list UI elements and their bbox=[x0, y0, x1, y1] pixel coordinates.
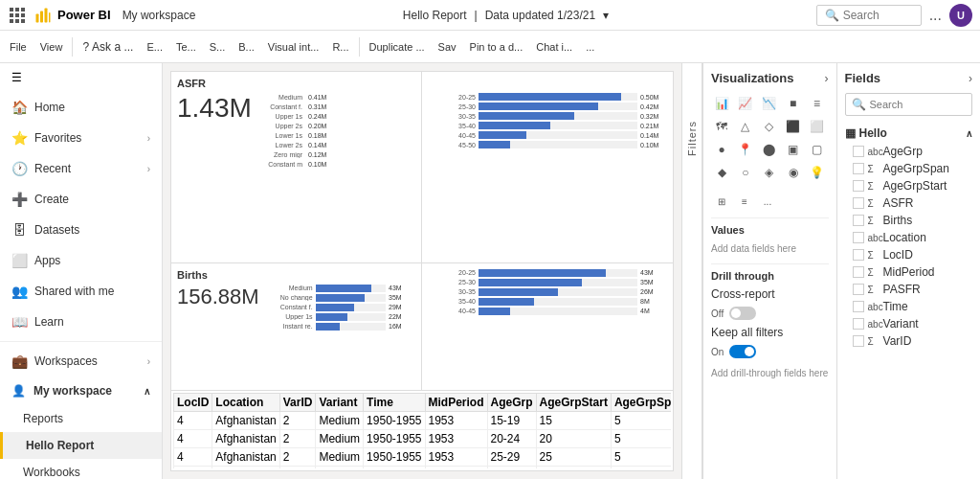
field-item[interactable]: Σ AgeGrpStart bbox=[845, 177, 972, 194]
field-checkbox[interactable] bbox=[853, 232, 864, 243]
sidebar-item-shared[interactable]: 👥 Shared with me bbox=[0, 276, 162, 307]
viz-icon-16[interactable]: ○ bbox=[735, 162, 756, 183]
sidebar-sub-reports[interactable]: Reports bbox=[0, 405, 162, 432]
fields-section-header[interactable]: ▦ Hello ∧ bbox=[845, 124, 972, 143]
field-item[interactable]: Σ PASFR bbox=[845, 281, 972, 298]
sidebar-item-learn[interactable]: 📖 Learn bbox=[0, 307, 162, 337]
sidebar-item-workspaces[interactable]: 💼 Workspaces › bbox=[0, 346, 162, 376]
top-search-box[interactable]: 🔍 bbox=[816, 5, 922, 26]
sidebar-collapse-button[interactable]: ☰ bbox=[0, 63, 162, 92]
viz-icon-9[interactable]: ⬜ bbox=[807, 116, 828, 137]
viz-icon-18[interactable]: ◉ bbox=[783, 162, 804, 183]
field-checkbox[interactable] bbox=[853, 163, 864, 174]
sidebar-item-apps[interactable]: ⬜ Apps bbox=[0, 245, 162, 276]
viz-icon-17[interactable]: ◈ bbox=[759, 162, 780, 183]
field-item[interactable]: Σ LocID bbox=[845, 246, 972, 263]
table-row[interactable]: 4Afghanistan2Medium1950-1955195325-29255… bbox=[174, 447, 672, 466]
field-checkbox[interactable] bbox=[853, 335, 864, 347]
viz-icon-1[interactable]: 📈 bbox=[735, 93, 756, 114]
table-row[interactable]: 4Afghanistan2Medium1950-1955195330-34305… bbox=[174, 466, 672, 468]
te-button[interactable]: Te... bbox=[170, 38, 202, 56]
field-item[interactable]: abc Variant bbox=[845, 315, 972, 332]
viz-icon-14[interactable]: ▢ bbox=[807, 139, 828, 160]
viz-icon-10[interactable]: ● bbox=[711, 139, 732, 160]
field-item[interactable]: Σ ASFR bbox=[845, 194, 972, 212]
chat-button[interactable]: Chat i... bbox=[530, 38, 578, 56]
top-search-input[interactable] bbox=[843, 9, 920, 22]
keep-filters-row: Keep all filters bbox=[711, 326, 829, 339]
viz-icon-12[interactable]: ⬤ bbox=[759, 139, 780, 160]
bar-track bbox=[316, 294, 386, 302]
viz-icon-extra3[interactable]: ... bbox=[757, 191, 778, 212]
field-item[interactable]: Σ Births bbox=[845, 212, 972, 229]
field-checkbox[interactable] bbox=[853, 249, 864, 261]
visual-int-button[interactable]: Visual int... bbox=[262, 38, 325, 56]
s-button[interactable]: S... bbox=[204, 38, 232, 56]
sidebar-item-create[interactable]: ➕ Create bbox=[0, 184, 162, 215]
field-checkbox[interactable] bbox=[853, 301, 864, 312]
filters-panel[interactable]: Filters bbox=[681, 63, 702, 479]
field-checkbox[interactable] bbox=[853, 180, 864, 192]
bar-track bbox=[479, 279, 637, 286]
field-item[interactable]: Σ VarID bbox=[845, 332, 972, 350]
user-avatar[interactable]: U bbox=[949, 4, 972, 27]
viz-icon-extra2[interactable]: ≡ bbox=[734, 191, 755, 212]
field-checkbox[interactable] bbox=[853, 197, 864, 209]
viz-icon-3[interactable]: ■ bbox=[783, 93, 804, 114]
viz-icon-13[interactable]: ▣ bbox=[783, 139, 804, 160]
viz-icon-7[interactable]: ◇ bbox=[759, 116, 780, 137]
sidebar-item-recent[interactable]: 🕐 Recent › bbox=[0, 153, 162, 184]
pin-button[interactable]: Pin to a d... bbox=[464, 38, 529, 56]
viz-icon-15[interactable]: ◆ bbox=[711, 162, 732, 183]
viz-icon-19[interactable]: 💡 bbox=[807, 162, 828, 183]
field-item[interactable]: abc AgeGrp bbox=[845, 143, 972, 160]
r-button[interactable]: R... bbox=[326, 38, 354, 56]
more-toolbar-button[interactable]: ... bbox=[580, 38, 600, 56]
field-item[interactable]: abc Location bbox=[845, 229, 972, 246]
sidebar-sub-hello-report[interactable]: Hello Report bbox=[0, 432, 162, 459]
fields-panel-arrow[interactable]: › bbox=[969, 72, 972, 85]
field-item[interactable]: Σ MidPeriod bbox=[845, 263, 972, 281]
field-checkbox[interactable] bbox=[853, 215, 864, 226]
bar-value: 35M bbox=[389, 294, 415, 301]
viz-icon-4[interactable]: ≡ bbox=[807, 93, 828, 114]
bar-row: 25-30 0.42M bbox=[428, 103, 667, 110]
file-button[interactable]: File bbox=[4, 38, 33, 56]
fields-search-input[interactable] bbox=[870, 99, 966, 110]
top-more-button[interactable]: ... bbox=[929, 7, 942, 24]
table-cell: 20-24 bbox=[487, 429, 536, 447]
app-grid-icon[interactable] bbox=[8, 6, 27, 25]
workspace-section-header[interactable]: 👤 My workspace ∧ bbox=[0, 376, 162, 405]
cross-report-toggle[interactable] bbox=[729, 307, 756, 320]
duplicate-button[interactable]: Duplicate ... bbox=[364, 38, 431, 56]
sidebar-item-datasets[interactable]: 🗄 Datasets bbox=[0, 215, 162, 245]
viz-icon-8[interactable]: ⬛ bbox=[783, 116, 804, 137]
sidebar-item-home[interactable]: 🏠 Home bbox=[0, 92, 162, 123]
b-button[interactable]: B... bbox=[233, 38, 260, 56]
viz-icon-2[interactable]: 📉 bbox=[759, 93, 780, 114]
view-button[interactable]: View bbox=[34, 38, 69, 56]
table-row[interactable]: 4Afghanistan2Medium1950-1955195320-24205… bbox=[174, 429, 672, 447]
fields-search-box[interactable]: 🔍 bbox=[845, 93, 972, 116]
viz-icon-0[interactable]: 📊 bbox=[711, 93, 732, 114]
dropdown-arrow[interactable]: ▾ bbox=[603, 9, 609, 22]
sidebar-hello-report-label: Hello Report bbox=[26, 439, 94, 452]
viz-icon-extra[interactable]: ⊞ bbox=[711, 191, 732, 212]
save-button[interactable]: Sav bbox=[433, 38, 462, 56]
ask-a-button[interactable]: ? Ask a ... bbox=[77, 37, 139, 57]
viz-icon-11[interactable]: 📍 bbox=[735, 139, 756, 160]
field-checkbox[interactable] bbox=[853, 266, 864, 278]
viz-panel-arrow[interactable]: › bbox=[825, 72, 829, 85]
field-checkbox[interactable] bbox=[853, 284, 864, 295]
viz-icon-6[interactable]: △ bbox=[735, 116, 756, 137]
keep-filters-toggle[interactable] bbox=[729, 345, 756, 358]
sidebar-sub-workbooks[interactable]: Workbooks bbox=[0, 459, 162, 479]
field-checkbox[interactable] bbox=[853, 146, 864, 157]
table-row[interactable]: 4Afghanistan2Medium1950-1955195315-19155… bbox=[174, 411, 672, 429]
viz-icon-5[interactable]: 🗺 bbox=[711, 116, 732, 137]
field-item[interactable]: abc Time bbox=[845, 298, 972, 315]
sidebar-item-favorites[interactable]: ⭐ Favorites › bbox=[0, 123, 162, 153]
field-item[interactable]: Σ AgeGrpSpan bbox=[845, 160, 972, 177]
e-button[interactable]: E... bbox=[141, 38, 168, 56]
field-checkbox[interactable] bbox=[853, 318, 864, 330]
